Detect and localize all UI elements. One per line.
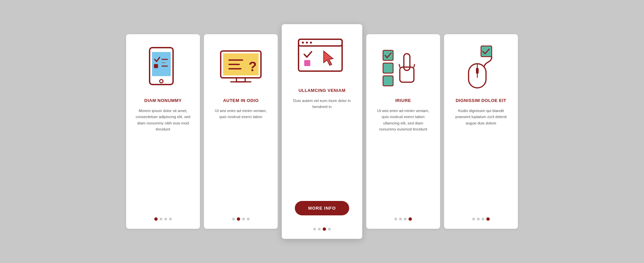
- icon-area-4: [380, 44, 427, 91]
- dot: [160, 218, 162, 220]
- card-2-dots: [232, 217, 250, 221]
- dot: [399, 218, 402, 220]
- svg-point-2: [160, 80, 163, 83]
- icon-area-1: [140, 44, 186, 91]
- card-1: DIAM NONUMMY Morem ipsum dolor sit amet,…: [126, 34, 200, 229]
- card-4-dots: [394, 217, 412, 221]
- card-4-title: IRIURE: [395, 98, 411, 103]
- card-5-dots: [472, 217, 490, 221]
- dot: [154, 217, 158, 221]
- browser-cursor-icon: [297, 36, 347, 80]
- card-2-text: Ut wisi enim ad minim veniam, quis nostr…: [212, 108, 270, 211]
- dot: [409, 217, 412, 221]
- dot: [318, 228, 321, 230]
- svg-point-20: [310, 42, 312, 44]
- card-1-dots: [154, 217, 172, 221]
- card-1-title: DIAM NONUMMY: [144, 98, 181, 103]
- dot: [237, 217, 240, 221]
- card-4-text: Ut wisi enim ad minim veniam, quis nostr…: [374, 108, 432, 211]
- dot: [472, 218, 475, 220]
- svg-rect-26: [404, 54, 410, 70]
- dot: [394, 218, 397, 220]
- svg-line-29: [414, 64, 415, 67]
- card-3-text: Duis autem vel eum iriure dolor in hendr…: [290, 98, 354, 196]
- svg-rect-16: [299, 39, 342, 46]
- card-3-title: ULLAMCING VENIAM: [299, 88, 345, 93]
- dot: [247, 218, 250, 220]
- card-5-title: DIGNISSIM DOLOE EIT: [455, 98, 506, 103]
- card-5-text: Kodio dignissim qui blandit praesent lup…: [452, 108, 510, 211]
- card-5: DIGNISSIM DOLOE EIT Kodio dignissim qui …: [444, 34, 518, 229]
- dot: [404, 218, 407, 220]
- dot: [169, 218, 172, 220]
- svg-rect-25: [383, 76, 393, 86]
- card-2: ? AUTEM IN ODIO Ut wisi enim ad minim ve…: [204, 34, 278, 229]
- dot: [313, 228, 316, 230]
- card-3: ULLAMCING VENIAM Duis autem vel eum iriu…: [282, 24, 362, 239]
- card-3-dots: [313, 227, 331, 231]
- svg-rect-4: [154, 64, 158, 68]
- dot: [323, 227, 326, 231]
- svg-point-18: [302, 42, 304, 44]
- dot: [242, 218, 245, 220]
- svg-rect-33: [476, 68, 479, 74]
- mobile-checklist-icon: [145, 46, 181, 90]
- more-info-button[interactable]: MORE INFO: [295, 201, 350, 215]
- dot: [482, 218, 484, 220]
- icon-area-5: [458, 44, 504, 91]
- icon-area-2: ?: [217, 44, 264, 91]
- svg-marker-22: [324, 51, 333, 65]
- card-2-title: AUTEM IN ODIO: [223, 98, 259, 103]
- svg-rect-24: [383, 63, 393, 73]
- svg-line-28: [399, 64, 400, 67]
- dot: [164, 218, 167, 220]
- dot: [328, 228, 331, 230]
- card-1-text: Morem ipsum dolor sit amet, consectetuer…: [134, 108, 192, 211]
- dot: [477, 218, 480, 220]
- monitor-question-icon: ?: [219, 46, 263, 90]
- svg-rect-21: [304, 60, 310, 66]
- dot: [232, 218, 235, 220]
- card-4: IRIURE Ut wisi enim ad minim veniam, qui…: [366, 34, 440, 229]
- svg-text:?: ?: [249, 59, 257, 74]
- mouse-checklist-icon: [459, 44, 503, 91]
- icon-area-3: [299, 34, 345, 81]
- dot: [486, 217, 490, 221]
- hand-checklist-icon: [380, 44, 427, 91]
- svg-point-19: [306, 42, 308, 44]
- cards-container: DIAM NONUMMY Morem ipsum dolor sit amet,…: [0, 0, 644, 263]
- svg-rect-27: [400, 67, 414, 82]
